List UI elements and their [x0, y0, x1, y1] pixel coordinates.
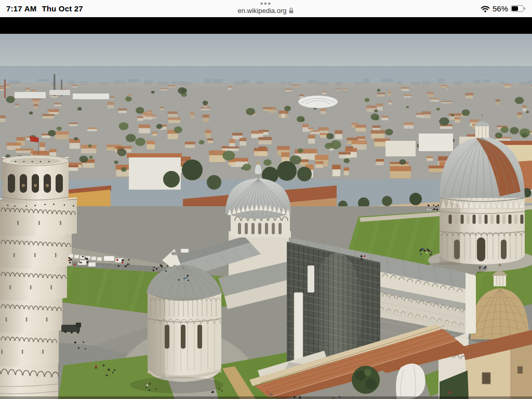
- site-host: en.wikipedia.org: [238, 7, 287, 15]
- stadium-roof: [298, 96, 338, 108]
- white-shaft: [294, 292, 303, 361]
- west-facade: [466, 273, 476, 334]
- photo-piazza-dei-miracoli[interactable]: [0, 34, 532, 399]
- multitask-indicator-icon[interactable]: •••: [260, 1, 272, 6]
- url-readout[interactable]: en.wikipedia.org: [238, 7, 295, 15]
- car: [171, 252, 178, 255]
- clock: 7:17 AM: [6, 4, 36, 13]
- battery-percent: 56%: [493, 4, 508, 13]
- car: [181, 249, 189, 252]
- status-bar: 7:17 AM Thu Oct 27 ••• en.wikipedia.org …: [0, 0, 532, 17]
- letterbox-top: [0, 17, 532, 34]
- wifi-icon: [481, 5, 490, 12]
- photo-viewport[interactable]: [0, 34, 532, 399]
- van: [104, 256, 114, 261]
- photo-bottom-edge: [0, 396, 532, 399]
- battery-icon: [511, 5, 526, 12]
- date: Thu Oct 27: [42, 4, 83, 13]
- lock-icon: [288, 7, 294, 14]
- white-tent: [396, 364, 425, 399]
